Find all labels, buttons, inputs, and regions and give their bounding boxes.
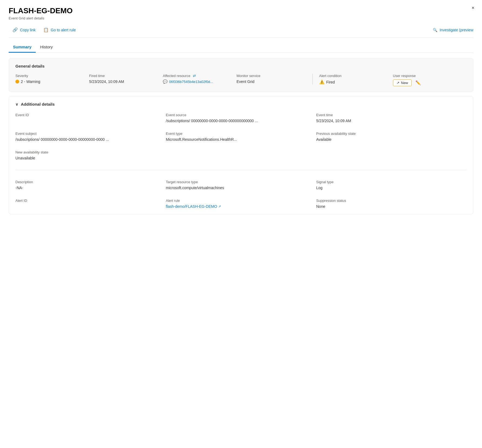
panel-title: FLASH-EG-DEMO <box>9 6 473 15</box>
user-response-label: User response <box>393 74 467 78</box>
fired-time-col: Fired time 5/23/2024, 10:09 AM <box>89 74 163 84</box>
previous-availability-item: Previous availability state Available <box>316 132 467 142</box>
user-response-value: ↗ New ✏️ <box>393 79 467 86</box>
additional-details-grid: Event ID Event source /subscriptions/ 00… <box>15 113 467 209</box>
monitor-service-col: Monitor service Event Grid <box>237 74 311 84</box>
alert-id-item: Alert ID <box>15 199 166 209</box>
alert-id-label: Alert ID <box>15 199 159 203</box>
event-time-label: Event time <box>316 113 460 117</box>
additional-details-card: ∨ Additional details Event ID Event sour… <box>9 96 473 214</box>
share-icon: ⇄ <box>193 74 196 78</box>
severity-value: 2 - Warning <box>15 79 89 84</box>
copy-link-label: Copy link <box>20 28 36 32</box>
panel-subtitle: Event Grid alert details <box>9 16 473 20</box>
event-id-item: Event ID <box>15 113 166 123</box>
user-response-col: User response ↗ New ✏️ <box>393 74 467 86</box>
event-source-item: Event source /subscriptions/ 00000000-00… <box>166 113 316 123</box>
empty-item-2 <box>316 150 467 160</box>
toolbar: 🔗 Copy link 📋 Go to alert rule 🔍 Investi… <box>9 26 473 38</box>
empty-item-1 <box>166 150 316 160</box>
new-badge-text: New <box>401 81 408 85</box>
signal-type-item: Signal type Log <box>316 180 467 190</box>
target-resource-type-item: Target resource type microsoft.compute/v… <box>166 180 316 190</box>
affected-resource-value: 💬 06f336b7545b4e13a02f0d... <box>163 79 237 84</box>
copy-link-icon: 🔗 <box>12 27 18 32</box>
new-badge-icon: ↗ <box>397 81 400 85</box>
general-details-grid: Severity 2 - Warning Fired time 5/23/202… <box>15 74 467 86</box>
monitor-service-value: Event Grid <box>237 79 311 84</box>
severity-col: Severity 2 - Warning <box>15 74 89 84</box>
severity-dot <box>15 80 19 83</box>
event-time-value: 5/23/2024, 10:09 AM <box>316 119 460 123</box>
new-badge[interactable]: ↗ New <box>393 79 412 86</box>
fired-time-label: Fired time <box>89 74 163 78</box>
alert-rule-item: Alert rule flash-demo/FLASH-EG-DEMO ↗ <box>166 199 316 209</box>
tab-history[interactable]: History <box>36 42 57 53</box>
edit-icon[interactable]: ✏️ <box>415 80 421 85</box>
investigate-button[interactable]: 🔍 Investigate (preview <box>433 28 473 32</box>
additional-details-title: Additional details <box>21 102 55 106</box>
general-details-title: General details <box>15 64 467 68</box>
event-source-label: Event source <box>166 113 310 117</box>
target-resource-type-label: Target resource type <box>166 180 310 184</box>
general-details-card: General details Severity 2 - Warning Fir… <box>9 58 473 92</box>
event-time-item: Event time 5/23/2024, 10:09 AM <box>316 113 467 123</box>
alert-condition-col: Alert condition ⚠️ Fired <box>312 74 393 85</box>
alert-condition-value: ⚠️ Fired <box>319 79 393 85</box>
event-id-label: Event ID <box>15 113 159 117</box>
signal-type-value: Log <box>316 186 460 190</box>
alert-rule-link-text: flash-demo/FLASH-EG-DEMO <box>166 204 217 209</box>
close-button[interactable]: × <box>471 5 474 10</box>
new-availability-item: New availability state Unavailable <box>15 150 166 160</box>
severity-text: 2 - Warning <box>21 79 40 84</box>
suppression-status-label: Suppression status <box>316 199 460 203</box>
event-type-value: Microsoft.ResourceNotifications.HealthR.… <box>166 137 310 142</box>
affected-resource-link[interactable]: 06f336b7545b4e13a02f0d... <box>169 80 213 84</box>
investigate-label: Investigate (preview <box>440 28 473 32</box>
event-subject-value: /subscriptions/ 00000000-0000-0000-00000… <box>15 137 159 142</box>
new-availability-label: New availability state <box>15 150 159 154</box>
alert-rule-link[interactable]: flash-demo/FLASH-EG-DEMO ↗ <box>166 204 310 209</box>
tab-summary[interactable]: Summary <box>9 42 36 53</box>
go-to-alert-rule-icon: 📋 <box>43 27 49 32</box>
fired-time-value: 5/23/2024, 10:09 AM <box>89 79 163 84</box>
affected-resource-label-text: Affected resource <box>163 74 190 78</box>
affected-resource-label: Affected resource ⇄ <box>163 74 237 78</box>
tabs-container: Summary History <box>9 42 473 53</box>
go-to-alert-rule-label: Go to alert rule <box>51 28 76 32</box>
affected-resource-col: Affected resource ⇄ 💬 06f336b7545b4e13a0… <box>163 74 237 84</box>
alert-condition-text: Fired <box>326 80 335 84</box>
signal-type-label: Signal type <box>316 180 460 184</box>
external-link-icon: ↗ <box>218 205 221 208</box>
suppression-status-item: Suppression status None <box>316 199 467 209</box>
resource-icon: 💬 <box>163 79 167 84</box>
investigate-icon: 🔍 <box>433 28 437 32</box>
monitor-service-label: Monitor service <box>237 74 311 78</box>
previous-availability-value: Available <box>316 137 460 142</box>
new-availability-value: Unavailable <box>15 156 159 160</box>
alert-panel: × FLASH-EG-DEMO Event Grid alert details… <box>0 0 482 223</box>
severity-label: Severity <box>15 74 89 78</box>
warning-icon: ⚠️ <box>319 79 325 85</box>
description-value: -NA- <box>15 186 159 190</box>
go-to-alert-rule-button[interactable]: 📋 Go to alert rule <box>39 26 80 34</box>
copy-link-button[interactable]: 🔗 Copy link <box>9 26 39 34</box>
description-label: Description <box>15 180 159 184</box>
previous-availability-label: Previous availability state <box>316 132 460 136</box>
suppression-status-value: None <box>316 204 460 209</box>
additional-details-header[interactable]: ∨ Additional details <box>15 102 467 106</box>
chevron-down-icon: ∨ <box>15 102 18 106</box>
section-divider <box>15 170 467 170</box>
event-source-value: /subscriptions/ 00000000-0000-0000-00000… <box>166 119 310 123</box>
event-subject-label: Event subject <box>15 132 159 136</box>
event-type-item: Event type Microsoft.ResourceNotificatio… <box>166 132 316 142</box>
target-resource-type-value: microsoft.compute/virtualmachines <box>166 186 310 190</box>
alert-rule-value: flash-demo/FLASH-EG-DEMO ↗ <box>166 204 310 209</box>
alert-condition-label: Alert condition <box>319 74 393 78</box>
event-type-label: Event type <box>166 132 310 136</box>
description-item: Description -NA- <box>15 180 166 190</box>
alert-rule-label: Alert rule <box>166 199 310 203</box>
event-subject-item: Event subject /subscriptions/ 00000000-0… <box>15 132 166 142</box>
